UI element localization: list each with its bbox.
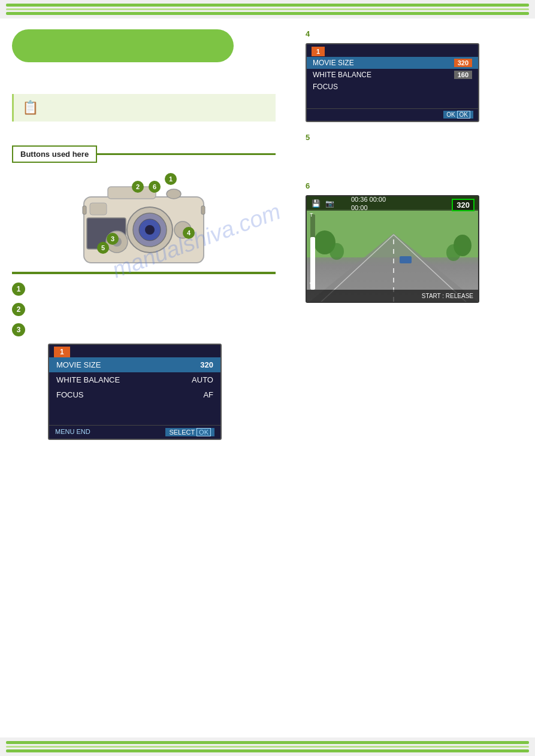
svg-point-4 [145, 225, 155, 235]
screen4-row1-label: MOVIE SIZE [313, 59, 354, 67]
vf-t-label: T [310, 212, 313, 218]
vf-timer1: 00:36 00:00 [351, 195, 386, 204]
top-stripes [0, 0, 535, 19]
camera-diagram-area: 1 2 3 4 5 6 [12, 170, 276, 266]
screen4-footer: OK OK [307, 108, 478, 121]
screen4-row3: FOCUS [307, 81, 478, 93]
screen3-footer: MENU END SELECT OK [49, 425, 220, 439]
svg-rect-12 [83, 206, 86, 214]
vf-timer2: 00:00 [351, 204, 386, 212]
screen-step4: 1 MOVIE SIZE 320 WHITE BALANCE 160 FOCUS… [306, 43, 479, 122]
svg-point-6 [167, 189, 181, 199]
vf-timers: 00:36 00:00 00:00 [351, 195, 386, 212]
right-step6-label: 6 [306, 181, 310, 190]
screen3-row2: WHITE BALANCE AUTO [49, 372, 220, 387]
right-step5-label: 5 [306, 133, 310, 142]
screen3-row2-value: AUTO [192, 375, 213, 384]
screen3-row3: FOCUS AF [49, 387, 220, 402]
screen4-row2-label: WHITE BALANCE [313, 71, 371, 79]
svg-rect-7 [90, 203, 107, 215]
screen3-row3-value: AF [203, 390, 213, 399]
screen3-row2-label: WHITE BALANCE [56, 375, 120, 384]
screen3-row1-label: MOVIE SIZE [56, 360, 101, 369]
left-column: 📋 Buttons used here [12, 29, 276, 445]
camera-num-2: 2 [132, 181, 144, 193]
buttons-used-label: Buttons used here [20, 150, 89, 159]
note-box: 📋 [12, 94, 276, 122]
buttons-used-line [97, 153, 276, 155]
screen4-row3-label: FOCUS [313, 83, 338, 91]
screen4-row1: MOVIE SIZE 320 [307, 57, 478, 69]
stripe-3 [6, 12, 529, 15]
vf-w-label: W [310, 281, 315, 287]
vf-road-svg [307, 210, 478, 302]
camera-num-5: 5 [97, 242, 109, 254]
vf-bottom-bar: START : RELEASE [307, 290, 478, 302]
screen3-row1-value: 320 [200, 360, 213, 369]
right-step4-label: 4 [306, 29, 310, 38]
camera-num-4: 4 [183, 227, 195, 239]
step-1-row: 1 [12, 283, 276, 296]
buttons-used-box: Buttons used here [12, 145, 97, 163]
bottom-stripes [0, 737, 535, 756]
bottom-stripe-1 [6, 741, 529, 744]
vf-camera-icon: 📷 [325, 199, 334, 208]
screen3-footer-left: MENU END [55, 428, 90, 436]
screen3-footer-right: SELECT OK [165, 428, 214, 436]
screen4-row2-value: 160 [454, 71, 472, 79]
svg-rect-19 [400, 256, 412, 263]
vf-start-text: START : RELEASE [422, 293, 473, 299]
screen3-row3-label: FOCUS [56, 390, 84, 399]
svg-point-23 [446, 244, 461, 261]
screen4-ok: OK OK [443, 111, 473, 119]
svg-point-22 [330, 243, 344, 260]
screen4-tab: 1 [312, 47, 325, 56]
green-pill-title [12, 29, 234, 62]
buttons-used-header: Buttons used here [12, 145, 276, 163]
screen4-row1-value: 320 [454, 59, 472, 67]
screen4-row2: WHITE BALANCE 160 [307, 69, 478, 81]
viewfinder: 💾 📷 00:36 00:00 00:00 320 T W START : RE… [306, 195, 479, 303]
camera-svg [72, 170, 216, 266]
screen3-tab: 1 [54, 347, 70, 357]
camera-num-3: 3 [107, 233, 119, 245]
note-icon: 📋 [22, 100, 38, 116]
screen3-row1: MOVIE SIZE 320 [49, 357, 220, 372]
vf-sd-icon: 💾 [312, 199, 321, 208]
camera-num-1: 1 [165, 173, 177, 185]
vf-resolution-box: 320 [452, 199, 474, 211]
step-1-num: 1 [12, 283, 25, 296]
step-3-row: 3 [12, 323, 276, 336]
bottom-stripe-3 [6, 749, 529, 752]
vf-road-bg [307, 210, 478, 302]
screen-step3: 1 MOVIE SIZE 320 WHITE BALANCE AUTO FOCU… [48, 344, 222, 440]
svg-rect-13 [201, 206, 205, 214]
main-content: manualshiva.com 📋 Buttons used here [0, 19, 535, 457]
camera-drawing: 1 2 3 4 5 6 [72, 170, 216, 266]
step-2-row: 2 [12, 303, 276, 316]
vf-zoom-bar [310, 214, 315, 290]
bottom-stripe-2 [6, 746, 529, 748]
right-column: 4 1 MOVIE SIZE 320 WHITE BALANCE 160 FOC… [306, 29, 503, 303]
green-divider [12, 272, 276, 274]
step-2-num: 2 [12, 303, 25, 316]
stripe-1 [6, 4, 529, 7]
step-3-num: 3 [12, 323, 25, 336]
stripe-2 [6, 8, 529, 10]
camera-num-6: 6 [149, 181, 161, 193]
